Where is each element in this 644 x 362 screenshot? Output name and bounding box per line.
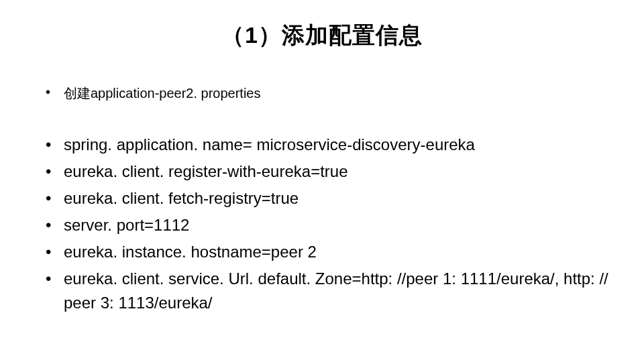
config-item: eureka. instance. hostname=peer 2	[34, 240, 610, 264]
intro-item: 创建application-peer2. properties	[34, 84, 610, 103]
config-item: eureka. client. fetch-registry=true	[34, 186, 610, 210]
config-item: eureka. client. register-with-eureka=tru…	[34, 160, 610, 184]
intro-list: 创建application-peer2. properties	[34, 84, 610, 103]
config-item: spring. application. name= microservice-…	[34, 133, 610, 157]
page-title: （1）添加配置信息	[34, 20, 610, 51]
config-item: server. port=1112	[34, 213, 610, 237]
config-item: eureka. client. service. Url. default. Z…	[34, 267, 610, 315]
slide-container: （1）添加配置信息 创建application-peer2. propertie…	[0, 0, 644, 331]
config-list: spring. application. name= microservice-…	[34, 133, 610, 315]
